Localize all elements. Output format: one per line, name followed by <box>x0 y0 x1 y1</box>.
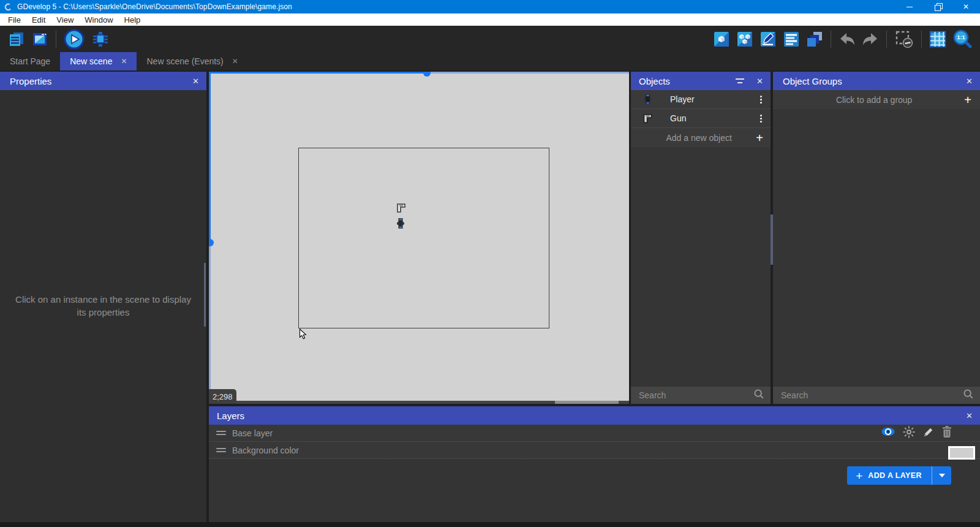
menu-bar: File Edit View Window Help <box>0 13 980 26</box>
visibility-eye-icon[interactable] <box>881 427 895 439</box>
properties-empty-message: Click on an instance in the scene to dis… <box>15 294 192 319</box>
undo-icon[interactable] <box>838 30 856 48</box>
layer-name: Base layer <box>232 428 273 438</box>
toggle-layers-panel-icon[interactable] <box>805 30 824 48</box>
window-controls: ✕ <box>895 0 980 13</box>
layers-panel-header: Layers ✕ <box>209 406 980 425</box>
gun-instance[interactable] <box>397 203 405 215</box>
object-row-gun[interactable]: Gun <box>631 109 771 128</box>
groups-search-input[interactable] <box>781 390 963 400</box>
tab-new-scene-events-label: New scene (Events) <box>146 56 223 66</box>
object-row-player[interactable]: Player <box>631 90 771 109</box>
layer-effects-icon[interactable] <box>903 426 915 441</box>
redo-icon[interactable] <box>861 30 880 48</box>
toggle-object-groups-panel-icon[interactable] <box>736 30 754 48</box>
layers-panel-empty-area: + ADD A LAYER <box>209 459 980 522</box>
properties-close-icon[interactable]: ✕ <box>192 77 199 86</box>
tab-start-page-label: Start Page <box>10 56 50 66</box>
player-instance[interactable] <box>396 218 405 231</box>
filter-icon[interactable] <box>736 78 744 83</box>
layer-row-background-color[interactable]: Background color <box>209 442 980 459</box>
splitter-grip-top[interactable] <box>423 72 431 77</box>
drag-handle-icon[interactable] <box>216 448 226 452</box>
add-new-object-label: Add a new object <box>642 133 756 143</box>
layer-name: Background color <box>232 445 299 455</box>
toolbar-separator <box>921 31 922 48</box>
close-window-button[interactable]: ✕ <box>952 0 980 13</box>
menu-edit[interactable]: Edit <box>26 13 51 26</box>
tab-new-scene[interactable]: New scene ✕ <box>60 52 137 70</box>
object-groups-empty-area <box>773 109 980 387</box>
gun-object-icon <box>642 114 653 123</box>
gun-object-menu-icon[interactable] <box>758 113 764 124</box>
add-group-plus-icon: + <box>964 94 971 106</box>
project-manager-icon[interactable] <box>7 30 26 48</box>
properties-scrollbar[interactable] <box>204 263 206 327</box>
layers-close-icon[interactable]: ✕ <box>966 411 973 420</box>
edit-layer-pencil-icon[interactable] <box>923 427 934 440</box>
gdevelop-logo-icon <box>4 3 12 11</box>
tab-bar: Start Page New scene ✕ New scene (Events… <box>0 52 980 70</box>
debug-icon[interactable] <box>90 30 111 48</box>
background-color-swatch[interactable] <box>948 446 975 460</box>
scene-canvas[interactable]: 2;298 <box>209 72 629 404</box>
player-object-icon <box>642 94 653 104</box>
grid-icon[interactable] <box>929 30 947 48</box>
search-icon <box>753 389 764 402</box>
search-icon <box>963 389 974 402</box>
tab-new-scene-label: New scene <box>70 56 112 66</box>
toolbar: 1:1 <box>0 26 980 52</box>
toggle-mask-icon[interactable] <box>894 30 914 48</box>
layers-panel-title: Layers <box>217 411 244 421</box>
cursor-coordinates-badge: 2;298 <box>209 389 236 404</box>
toggle-properties-panel-icon[interactable] <box>759 30 777 48</box>
player-object-menu-icon[interactable] <box>758 94 764 105</box>
objects-search-bar <box>631 387 771 404</box>
tab-new-scene-events[interactable]: New scene (Events) ✕ <box>137 52 247 70</box>
toolbar-separator <box>56 31 56 48</box>
gdevelop-window: GDevelop 5 - C:\Users\Sparkle\OneDrive\D… <box>0 0 980 527</box>
groups-search-bar <box>773 387 980 404</box>
zoom-1-1-icon[interactable]: 1:1 <box>952 30 973 48</box>
properties-panel-title: Properties <box>10 76 51 86</box>
splitter-grip-left[interactable] <box>209 239 214 246</box>
tab-new-scene-close-icon[interactable]: ✕ <box>121 57 127 66</box>
panel-splitter-left[interactable] <box>209 72 211 404</box>
tab-new-scene-events-close-icon[interactable]: ✕ <box>232 57 238 66</box>
panel-splitter-top[interactable] <box>209 72 629 74</box>
add-group-row[interactable]: Click to add a group + <box>773 90 980 109</box>
objects-panel-title: Objects <box>639 76 670 86</box>
drag-handle-icon[interactable] <box>216 431 226 435</box>
play-preview-icon[interactable] <box>63 28 85 50</box>
objects-panel: Objects ✕ Player <box>631 72 771 404</box>
properties-panel-body: Click on an instance in the scene to dis… <box>0 90 206 522</box>
window-bottom-edge <box>0 522 980 527</box>
chevron-down-icon <box>939 474 945 477</box>
tab-start-page[interactable]: Start Page <box>0 52 60 70</box>
properties-panel-header: Properties ✕ <box>0 72 206 90</box>
properties-panel: Properties ✕ Click on an instance in the… <box>0 72 206 522</box>
objects-panel-header: Objects ✕ <box>631 72 771 90</box>
object-name: Gun <box>670 113 686 123</box>
menu-help[interactable]: Help <box>119 13 146 26</box>
objects-close-icon[interactable]: ✕ <box>756 77 763 86</box>
objects-search-input[interactable] <box>639 390 753 400</box>
restore-button[interactable] <box>924 0 952 13</box>
canvas-hscroll-thumb[interactable] <box>555 401 619 404</box>
start-page-icon[interactable] <box>31 30 49 48</box>
object-groups-panel-title: Object Groups <box>783 76 842 86</box>
toggle-instances-list-panel-icon[interactable] <box>782 30 801 48</box>
add-layer-button[interactable]: + ADD A LAYER <box>847 466 951 485</box>
svg-text:1:1: 1:1 <box>957 34 965 40</box>
minimize-button[interactable] <box>895 0 924 13</box>
layer-row-base[interactable]: Base layer <box>209 425 980 442</box>
menu-view[interactable]: View <box>51 13 79 26</box>
menu-file[interactable]: File <box>2 13 26 26</box>
object-groups-close-icon[interactable]: ✕ <box>966 77 973 86</box>
toggle-objects-panel-icon[interactable] <box>712 30 731 48</box>
menu-window[interactable]: Window <box>79 13 118 26</box>
game-resolution-frame <box>298 148 549 328</box>
add-layer-dropdown-button[interactable] <box>932 466 951 485</box>
delete-layer-trash-icon[interactable] <box>942 426 952 440</box>
add-new-object-row[interactable]: Add a new object + <box>631 128 771 147</box>
